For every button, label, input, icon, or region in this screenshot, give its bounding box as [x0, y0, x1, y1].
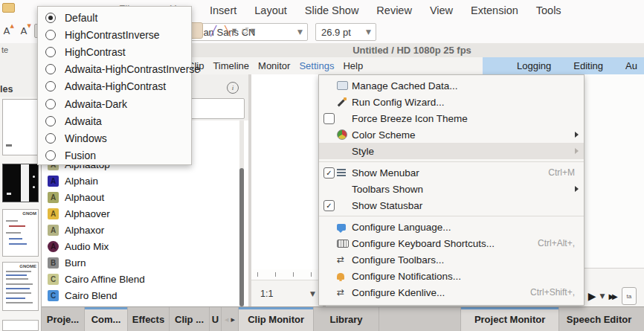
- style-option-adwaita-highcontrastinverse[interactable]: Adwaita-HighContrastInverse: [38, 61, 191, 78]
- style-option-adwaita-highcontrast[interactable]: Adwaita-HighContrast: [38, 78, 191, 95]
- style-option-highcontrastinverse[interactable]: HighContrastInverse: [38, 26, 191, 43]
- kdenlive-menu-monitor[interactable]: Monitor: [258, 60, 290, 71]
- workspace-tab-au[interactable]: Au: [625, 60, 637, 71]
- screen-icon: [337, 81, 348, 90]
- unchecked-checkbox-icon: [323, 113, 335, 124]
- menu-item-configure-keyboard-shortcuts[interactable]: Configure Keyboard Shortcuts...Ctrl+Alt+…: [319, 235, 584, 251]
- menu-item-manage-cached-data[interactable]: Manage Cached Data...: [319, 77, 584, 94]
- menu-item-show-statusbar[interactable]: ✓Show Statusbar: [319, 197, 584, 213]
- dock-tab-effects[interactable]: Effects: [128, 307, 170, 331]
- info-icon[interactable]: i: [227, 82, 239, 94]
- menu-item-configure-language[interactable]: Configure Language...: [319, 219, 584, 235]
- font-decrease-icon[interactable]: A▼: [17, 23, 30, 38]
- effect-item-alphaxor[interactable]: AAlphaxor: [42, 222, 239, 238]
- slide-thumbnail-4[interactable]: GNOME: [2, 262, 39, 311]
- kdenlive-menu-settings[interactable]: Settings: [299, 60, 334, 71]
- slide-thumbnail-2[interactable]: [2, 164, 39, 202]
- dock-tab-u[interactable]: U: [210, 307, 222, 331]
- style-option-fusion[interactable]: Fusion: [38, 147, 191, 164]
- dock-tab-speech-editor[interactable]: Speech Editor: [559, 307, 639, 331]
- rotate-tool-icon[interactable]: ↺▼: [241, 23, 255, 38]
- keyboard-icon: [337, 240, 349, 248]
- dock-tab-clip[interactable]: Clip ...: [170, 307, 210, 331]
- folder-icon[interactable]: [2, 3, 15, 13]
- font-size-value: 26.9 pt: [316, 27, 361, 38]
- menu-separator: [319, 213, 584, 219]
- workspace-tab-editing[interactable]: Editing: [573, 60, 603, 71]
- scroll-left-icon[interactable]: ◂: [225, 315, 229, 324]
- slide-thumbnail-1[interactable]: [2, 99, 39, 155]
- effect-item-alphaover[interactable]: AAlphaover: [42, 205, 239, 222]
- dock-overflow-arrows: ◂▸: [222, 307, 239, 331]
- next-frame-button[interactable]: ▶▶: [608, 292, 617, 301]
- slide-title-fragment: GNOM: [22, 211, 36, 216]
- effect-type-icon: A: [48, 176, 59, 187]
- menu-shortcut: Ctrl+M: [548, 167, 575, 178]
- menu-item-configure-kdenlive[interactable]: ⇄Configure Kdenlive...Ctrl+Shift+,: [319, 284, 584, 301]
- scroll-right-icon[interactable]: ▸: [231, 315, 236, 324]
- chevron-down-icon[interactable]: ▼: [599, 292, 605, 300]
- dock-tab-proje[interactable]: Proje...: [42, 307, 85, 331]
- kdenlive-menu-timeline[interactable]: Timeline: [213, 60, 249, 71]
- workspace-tab-strip: LoggingEditingAu: [483, 57, 644, 74]
- effect-item-alphaout[interactable]: AAlphaout: [42, 189, 239, 205]
- line-tool-icon[interactable]: ╱: [207, 23, 220, 38]
- impress-menu-layout[interactable]: Layout: [254, 4, 287, 16]
- menu-item-force-breeze-icon-theme[interactable]: Force Breeze Icon Theme: [319, 110, 584, 126]
- settings-menu-popup: Manage Cached Data...Run Config Wizard..…: [318, 74, 585, 306]
- pen-color-icon[interactable]: ╲▼: [224, 23, 237, 38]
- dock-tab-clip-monitor[interactable]: Clip Monitor: [239, 307, 314, 331]
- style-option-default[interactable]: Default: [38, 9, 191, 26]
- slide-thumbnail-5[interactable]: [2, 320, 39, 331]
- effect-item-alphain[interactable]: AAlphain: [42, 173, 239, 189]
- chevron-down-icon: ▼: [232, 28, 236, 34]
- menu-item-color-scheme[interactable]: Color Scheme: [319, 126, 584, 143]
- slide-thumbnail-3[interactable]: GNOM: [2, 209, 39, 257]
- submenu-arrow-icon: [575, 148, 579, 154]
- scrollbar-thumb[interactable]: [239, 168, 244, 306]
- style-option-adwaita-dark[interactable]: Adwaita-Dark: [38, 95, 191, 112]
- effect-item-audio-mix[interactable]: AAudio Mix: [42, 238, 239, 254]
- font-increase-icon[interactable]: A▲: [0, 23, 13, 38]
- font-size-select[interactable]: 26.9 pt ▼: [315, 23, 376, 41]
- chevron-down-icon: ▼: [293, 28, 307, 36]
- chevron-down-icon: ▼: [251, 28, 255, 34]
- kdenlive-menu-help[interactable]: Help: [343, 60, 363, 71]
- dock-tab-library[interactable]: Library: [314, 307, 379, 331]
- impress-menu-view[interactable]: View: [430, 4, 453, 16]
- play-button[interactable]: ▶: [588, 290, 596, 302]
- menu-item-style[interactable]: Style: [319, 143, 584, 159]
- style-option-adwaita[interactable]: Adwaita: [38, 112, 191, 129]
- style-option-windows[interactable]: Windows: [38, 129, 191, 147]
- clip-monitor-ruler[interactable]: [251, 269, 323, 280]
- impress-menu-tools[interactable]: Tools: [536, 4, 561, 16]
- style-option-highcontrast[interactable]: HighContrast: [38, 43, 191, 60]
- impress-menu-insert[interactable]: Insert: [210, 4, 236, 16]
- effect-item-burn[interactable]: BBurn: [42, 254, 239, 271]
- effect-item-cairo-affine-blend[interactable]: CCairo Affine Blend: [42, 271, 239, 287]
- slide-title-fragment: GNOME: [19, 264, 36, 269]
- menu-shortcut: Ctrl+Shift+,: [530, 287, 575, 298]
- bell-icon: [337, 273, 344, 280]
- effect-type-icon: B: [48, 257, 59, 269]
- menu-item-configure-toolbars[interactable]: ⇄Configure Toolbars...: [319, 251, 584, 268]
- impress-menu-review[interactable]: Review: [376, 4, 412, 16]
- radio-icon: [45, 64, 56, 74]
- checked-checkbox-icon: ✓: [323, 200, 335, 211]
- menu-item-show-menubar[interactable]: ✓Show MenubarCtrl+M: [319, 164, 584, 181]
- effect-type-icon: C: [48, 274, 59, 285]
- menu-item-run-config-wizard[interactable]: Run Config Wizard...: [319, 94, 584, 110]
- monitor-zoom-select[interactable]: 1:1: [251, 289, 273, 299]
- monitor-extra-button[interactable]: ta: [622, 287, 637, 305]
- impress-menu-extension[interactable]: Extension: [471, 4, 518, 16]
- dock-tab-com[interactable]: Com...: [85, 307, 128, 331]
- menu-item-configure-notifications[interactable]: Configure Notifications...: [319, 268, 584, 284]
- impress-menu-slide-show[interactable]: Slide Show: [305, 4, 359, 16]
- chevron-down-icon: ▼: [361, 28, 376, 36]
- size-arrow-mark: ▲: [10, 23, 14, 29]
- effect-item-cairo-blend[interactable]: CCairo Blend: [42, 287, 239, 303]
- dock-empty-space: [379, 307, 461, 331]
- workspace-tab-logging[interactable]: Logging: [517, 60, 551, 71]
- menu-item-toolbars-shown[interactable]: Toolbars Shown: [319, 181, 584, 197]
- dock-tab-project-monitor[interactable]: Project Monitor: [461, 307, 559, 331]
